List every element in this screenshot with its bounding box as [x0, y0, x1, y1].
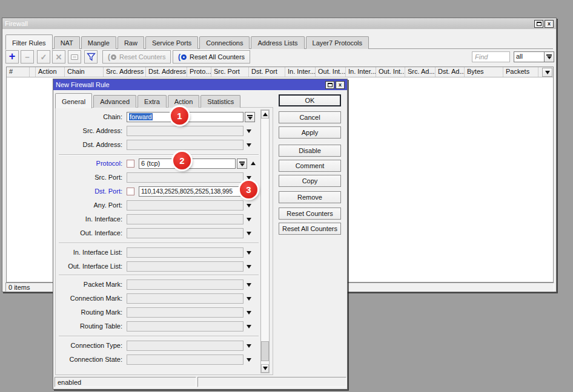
tab-layer7-protocols[interactable]: Layer7 Protocols: [306, 36, 369, 49]
maximize-button[interactable]: [534, 20, 543, 28]
disable-button[interactable]: Disable: [279, 145, 341, 157]
reset-all-counters-button[interactable]: ( Reset All Counters: [173, 50, 250, 64]
col-src-address-list[interactable]: Src. Ad...: [405, 67, 436, 77]
protocol-negate-checkbox[interactable]: [127, 160, 134, 168]
src-port-input[interactable]: [127, 172, 243, 183]
connection-type-input[interactable]: [127, 341, 243, 351]
tab-statistics[interactable]: Statistics: [200, 95, 240, 108]
scroll-up-button[interactable]: [261, 110, 269, 119]
connection-mark-input[interactable]: [127, 293, 243, 304]
tab-extra[interactable]: Extra: [137, 95, 167, 108]
any-port-expand-icon[interactable]: [247, 204, 251, 207]
protocol-label: Protocol:: [56, 158, 122, 169]
tab-action[interactable]: Action: [168, 95, 200, 108]
tab-general[interactable]: General: [55, 93, 92, 108]
col-dst-address[interactable]: Dst. Address: [146, 67, 187, 77]
remove-button[interactable]: Remove: [279, 191, 341, 203]
tab-connections[interactable]: Connections: [199, 36, 250, 49]
tab-filter-rules[interactable]: Filter Rules: [5, 34, 53, 50]
col-dst-address-list[interactable]: Dst. Ad...: [436, 67, 465, 77]
col-bytes[interactable]: Bytes: [465, 67, 503, 77]
out-interface-list-expand-icon[interactable]: [247, 265, 251, 269]
reset-counters-button-dialog[interactable]: Reset Counters: [279, 207, 341, 220]
copy-button[interactable]: Copy: [279, 175, 341, 187]
dst-address-label: Dst. Address:: [56, 140, 122, 150]
in-interface-input[interactable]: [127, 214, 243, 224]
connection-type-expand-icon[interactable]: [247, 344, 251, 348]
col-flags[interactable]: [30, 67, 36, 77]
src-port-expand-icon[interactable]: [247, 176, 251, 180]
tab-service-ports[interactable]: Service Ports: [145, 36, 198, 49]
dst-address-expand-icon[interactable]: [247, 143, 251, 147]
col-number[interactable]: #: [7, 67, 30, 77]
firewall-titlebar[interactable]: Firewall x: [2, 18, 556, 29]
comment-button-dialog[interactable]: Comment: [279, 160, 341, 172]
col-chain[interactable]: Chain: [65, 67, 104, 77]
col-out-interface[interactable]: Out. Int...: [316, 67, 346, 77]
arrow-up-icon: [263, 113, 268, 116]
dialog-close-button[interactable]: x: [336, 81, 345, 89]
packet-mark-expand-icon[interactable]: [247, 283, 251, 287]
routing-mark-input[interactable]: [127, 307, 243, 318]
dialog-maximize-button[interactable]: [325, 81, 334, 89]
chain-dropdown-button[interactable]: [245, 112, 255, 122]
apply-button[interactable]: Apply: [279, 126, 341, 139]
col-packets[interactable]: Packets: [503, 67, 538, 77]
comment-button[interactable]: [68, 50, 81, 64]
in-interface-list-expand-icon[interactable]: [247, 251, 251, 255]
column-chooser-button[interactable]: [542, 68, 552, 77]
remove-rule-button[interactable]: −: [21, 50, 34, 64]
scroll-down-button[interactable]: [261, 364, 269, 373]
filter-scope-dropdown-button[interactable]: [544, 51, 554, 62]
col-dst-port[interactable]: Dst. Port: [249, 67, 285, 77]
disable-rule-button[interactable]: ✕: [52, 50, 65, 64]
out-interface-list-input[interactable]: [127, 261, 243, 272]
tab-raw[interactable]: Raw: [118, 36, 144, 49]
reset-all-counters-button-dialog[interactable]: Reset All Counters: [279, 223, 341, 235]
find-input[interactable]: [472, 51, 510, 62]
in-interface-expand-icon[interactable]: [247, 218, 251, 221]
any-port-input[interactable]: [127, 200, 243, 211]
annotation-badge-1: 1: [171, 107, 188, 125]
routing-mark-expand-icon[interactable]: [247, 311, 251, 315]
col-action[interactable]: Action: [36, 67, 65, 77]
dialog-titlebar[interactable]: New Firewall Rule x: [53, 79, 347, 90]
ok-button[interactable]: OK: [279, 94, 341, 106]
filter-scope-combo[interactable]: all: [514, 51, 545, 62]
fields-scrollbar[interactable]: [260, 109, 270, 373]
protocol-dropdown-button[interactable]: [237, 158, 247, 169]
enable-rule-button[interactable]: ✓: [37, 50, 50, 64]
cancel-button[interactable]: Cancel: [279, 111, 341, 123]
tab-mangle[interactable]: Mangle: [81, 36, 116, 49]
dst-port-input[interactable]: 110,143,2525,8025,2525,138,995: [139, 186, 243, 197]
col-in-interface[interactable]: In. Inter...: [285, 67, 316, 77]
scrollbar-thumb[interactable]: [261, 341, 269, 361]
col-src-port[interactable]: Src. Port: [211, 67, 249, 77]
routing-table-input[interactable]: [127, 321, 243, 332]
rules-header-row: # Action Chain Src. Address Dst. Address…: [7, 67, 553, 77]
dst-address-input[interactable]: [127, 140, 243, 150]
in-interface-list-input[interactable]: [127, 247, 243, 258]
col-out-interface-list[interactable]: Out. Int...: [376, 67, 405, 77]
reset-counters-button[interactable]: ( Reset Counters: [102, 50, 171, 64]
tab-nat[interactable]: NAT: [54, 36, 80, 49]
col-in-interface-list[interactable]: In. Inter...: [346, 67, 376, 77]
col-protocol[interactable]: Proto...: [187, 67, 211, 77]
close-button[interactable]: x: [545, 20, 554, 28]
tab-address-lists[interactable]: Address Lists: [251, 36, 304, 49]
protocol-collapse-icon[interactable]: [251, 162, 256, 165]
src-address-input[interactable]: [127, 126, 243, 136]
col-src-address[interactable]: Src. Address: [104, 67, 146, 77]
tab-advanced[interactable]: Advanced: [93, 95, 136, 108]
add-rule-button[interactable]: +: [5, 50, 19, 64]
packet-mark-input[interactable]: [127, 279, 243, 290]
connection-state-expand-icon[interactable]: [247, 358, 251, 362]
src-address-expand-icon[interactable]: [247, 129, 251, 133]
dst-port-negate-checkbox[interactable]: [127, 188, 134, 195]
connection-mark-expand-icon[interactable]: [247, 297, 251, 301]
connection-state-input[interactable]: [127, 354, 243, 365]
routing-table-expand-icon[interactable]: [247, 325, 251, 328]
filter-button[interactable]: [84, 50, 98, 64]
out-interface-input[interactable]: [127, 228, 243, 238]
out-interface-expand-icon[interactable]: [247, 232, 251, 235]
